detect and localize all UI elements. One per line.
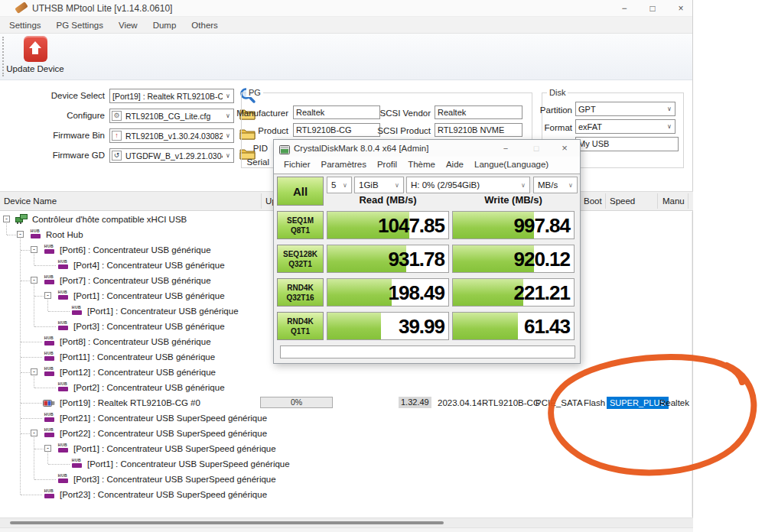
tree-item-label: [Port19] : Realtek RTL9210B-CG #0: [60, 395, 200, 410]
firmware-bin-label: Firmware Bin: [31, 128, 105, 143]
tree-item[interactable]: HUB[Port21] : Concentrateur USB SuperSpe…: [0, 410, 692, 426]
menu-item-view[interactable]: View: [111, 17, 145, 33]
tree-expander[interactable]: -: [44, 292, 51, 299]
cdm-test-button[interactable]: RND4KQ1T1: [277, 312, 324, 340]
firmware-gd-combo[interactable]: ↺ UTGDFW_B_v1.29.21.030422.bin ∨: [109, 148, 234, 163]
configure-label: Configure: [31, 109, 105, 123]
close-button[interactable]: ×: [669, 0, 692, 17]
cdm-menu-item[interactable]: Aide: [441, 157, 469, 174]
header-divider: [657, 193, 658, 209]
cdm-menu-item[interactable]: Fichier: [278, 157, 316, 174]
cdm-menu-item[interactable]: Thème: [402, 157, 441, 174]
fw-version-chip: 1.32.49: [399, 397, 431, 408]
device-select-label: Device Select: [31, 89, 105, 103]
configure-combo[interactable]: ⚙ RTL9210B_CG_Lite.cfg ∨: [109, 109, 234, 123]
gear-file-icon: ⚙: [112, 111, 122, 121]
chevron-down-icon[interactable]: ∨: [664, 123, 675, 130]
tree-expander[interactable]: -: [31, 368, 37, 375]
firmware-bin-value: RTL9210B_v1.30.24.030822.bin: [123, 131, 223, 141]
cdm-title-bar: CrystalDiskMark 8.0.4 x64 [Admin] − □ ×: [274, 140, 580, 157]
cdm-all-button[interactable]: All: [277, 177, 324, 206]
cdm-unit-select[interactable]: MB/s ∨: [533, 177, 578, 193]
cdm-test-size-select[interactable]: 1GiB ∨: [354, 177, 404, 193]
menu-item-pg-settings[interactable]: PG Settings: [49, 17, 111, 33]
cdm-test-button[interactable]: SEQ1MQ8T1: [277, 211, 324, 239]
window-title: UTHSB MPtool Lite [v1.14.8.0610]: [32, 0, 172, 17]
device-select-combo[interactable]: [Port19] : Realtek RTL9210B-CG #0 ∨: [109, 89, 234, 103]
tree-item-label: [Port21] : Concentrateur USB SuperSpeed …: [60, 410, 267, 426]
partition-combo[interactable]: GPT ∨: [575, 102, 675, 116]
cdm-window-title: CrystalDiskMark 8.0.4 x64 [Admin]: [294, 140, 428, 157]
cdm-write-header: Write (MB/s): [452, 194, 575, 206]
scrollbar-thumb[interactable]: [10, 521, 444, 524]
tree-expander[interactable]: -: [31, 246, 37, 253]
header-manu: Manu: [662, 192, 685, 210]
partition-value: GPT: [576, 105, 664, 114]
menu-item-others[interactable]: Others: [184, 17, 226, 33]
header-speed: Speed: [610, 192, 635, 210]
write-bar-fill: [453, 313, 518, 339]
chevron-down-icon[interactable]: ∨: [664, 105, 675, 112]
tree-item[interactable]: -HUB[Port22] : Concentrateur USB SuperSp…: [0, 426, 692, 441]
tree-item-label: [Port2] : Concentrateur USB générique: [73, 380, 225, 395]
tree-connector-line: [34, 326, 56, 327]
usb-hub-icon: HUB: [43, 367, 55, 376]
cdm-menu-item[interactable]: Paramètres: [316, 157, 372, 174]
tree-expander[interactable]: -: [31, 277, 37, 284]
tree-item-port19[interactable]: [Port19] : Realtek RTL9210B-CG #00%1.32.…: [0, 395, 692, 410]
cdm-test-button[interactable]: RND4KQ32T16: [277, 278, 324, 307]
tree-connector-line: [34, 284, 34, 326]
volume-label-field[interactable]: My USB: [575, 137, 679, 151]
cdm-comment-field[interactable]: [280, 345, 575, 358]
configure-value: RTL9210B_CG_Lite.cfg: [123, 112, 223, 121]
tree-connector-line: [21, 281, 30, 281]
scsi-product-field[interactable]: RTL9210B NVME: [435, 123, 522, 137]
tree-item[interactable]: -HUB[Port1] : Concentrateur USB SuperSpe…: [0, 441, 692, 456]
usb-hub-icon: HUB: [43, 352, 55, 361]
title-bar: UTHSB MPtool Lite [v1.14.8.0610] − □ ×: [0, 0, 692, 17]
cdm-test-count-select[interactable]: 5 ∨: [327, 177, 352, 193]
tree-expander[interactable]: -: [31, 430, 37, 436]
upload-arrow-icon: [24, 36, 47, 62]
cdm-unit-value: MB/s: [534, 180, 565, 190]
tree-item-label: [Port1] : Concentrateur USB SuperSpeed g…: [73, 441, 276, 456]
tree-item[interactable]: HUB[Port1] : Concentrateur USB SuperSpee…: [0, 456, 692, 472]
tree-connector-line: [34, 479, 56, 480]
update-device-button[interactable]: Update Device: [6, 35, 64, 79]
horizontal-scrollbar[interactable]: [0, 517, 693, 527]
usb-hub-icon: HUB: [43, 275, 55, 284]
cdm-minimize-button[interactable]: −: [496, 140, 515, 157]
write-bar: 920.12: [452, 245, 575, 273]
tree-item-label: [Port4] : Concentrateur USB générique: [73, 258, 225, 273]
firmware-bin-combo[interactable]: ↑ RTL9210B_v1.30.24.030822.bin ∨: [109, 128, 234, 143]
tree-item[interactable]: HUB[Port23] : Concentrateur USB SuperSpe…: [0, 487, 692, 502]
scsi-vendor-field[interactable]: Realtek: [435, 105, 522, 119]
cdm-test-queue: Q32T16: [286, 293, 314, 303]
maximize-button[interactable]: □: [641, 0, 664, 17]
cdm-test-button[interactable]: SEQ128KQ32T1: [277, 245, 324, 273]
partition-label: Partition: [536, 103, 572, 117]
read-bar-fill: [327, 279, 392, 306]
tree-expander[interactable]: -: [44, 445, 51, 452]
format-combo[interactable]: exFAT ∨: [575, 119, 675, 134]
cdm-menu-item[interactable]: Profil: [372, 157, 402, 174]
manufacturer-label: Manufacturer: [222, 106, 288, 120]
write-bar: 221.21: [452, 278, 575, 307]
menu-item-settings[interactable]: Settings: [2, 17, 49, 33]
tree-item[interactable]: -HUB[Port12] : Concentrateur USB génériq…: [0, 365, 692, 380]
cdm-close-button[interactable]: ×: [555, 140, 574, 157]
usb-hub-icon: HUB: [43, 428, 55, 437]
read-value: 931.78: [388, 247, 444, 271]
tree-expander[interactable]: -: [3, 216, 10, 222]
tree-item-label: [Port23] : Concentrateur USB SuperSpeed …: [60, 487, 267, 502]
menu-item-dump[interactable]: Dump: [145, 17, 184, 33]
write-value: 61.43: [524, 314, 570, 338]
tree-item[interactable]: HUB[Port3] : Concentrateur USB SuperSpee…: [0, 472, 692, 487]
chevron-down-icon[interactable]: ∨: [223, 92, 233, 99]
tree-expander[interactable]: -: [17, 231, 24, 238]
cdm-target-drive-select[interactable]: H: 0% (2/954GiB) ∨: [406, 177, 530, 193]
cdm-menu-item[interactable]: Langue(Language): [469, 157, 554, 174]
tree-item[interactable]: HUB[Port2] : Concentrateur USB générique: [0, 380, 692, 395]
minimize-button[interactable]: −: [613, 0, 636, 17]
tree-connector-line: [34, 449, 44, 449]
